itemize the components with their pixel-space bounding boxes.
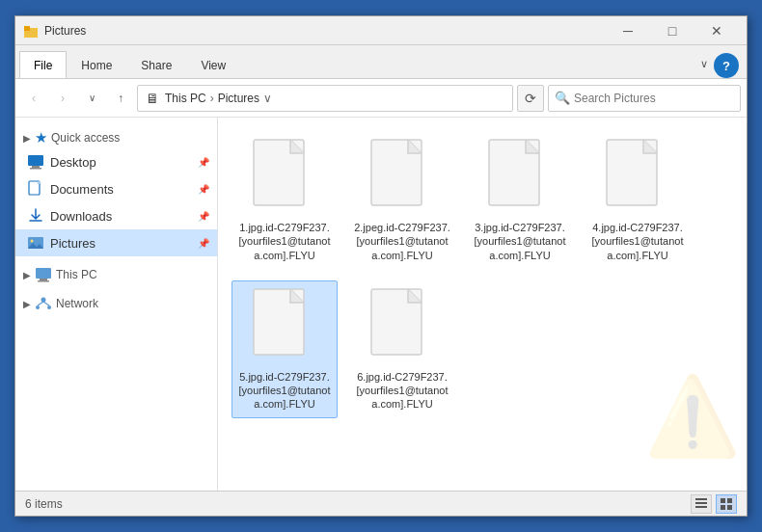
network-label: Network <box>56 297 98 310</box>
quick-access-label: Quick access <box>51 131 120 145</box>
list-view-button[interactable] <box>691 494 712 514</box>
desktop-icon <box>27 153 44 171</box>
svg-line-17 <box>38 302 43 306</box>
minimize-button[interactable]: ─ <box>606 16 650 45</box>
file-item[interactable]: 6.jpg.id-C279F237.[yourfiles1@tutanota.c… <box>349 280 455 418</box>
file-icon <box>603 138 672 215</box>
grid-view-button[interactable] <box>716 494 737 514</box>
documents-icon <box>27 180 44 198</box>
tab-share[interactable]: Share <box>126 51 186 78</box>
svg-rect-0 <box>24 26 30 31</box>
expand-arrow-quick-access: ▶ <box>23 133 31 144</box>
tab-view[interactable]: View <box>186 51 240 78</box>
window-icon <box>23 23 39 39</box>
pin-documents-icon: 📌 <box>198 184 209 195</box>
pin-desktop-icon: 📌 <box>198 157 209 168</box>
file-icon <box>250 287 319 364</box>
svg-rect-4 <box>32 166 40 168</box>
search-input[interactable] <box>574 92 734 105</box>
svg-point-15 <box>36 306 40 309</box>
path-thispc: This PC <box>165 92 206 105</box>
svg-rect-11 <box>36 268 51 279</box>
svg-rect-28 <box>721 498 725 503</box>
close-button[interactable]: ✕ <box>694 16 739 45</box>
file-item[interactable]: 2.jpeg.id-C279F237.[yourfiles1@tutanota.… <box>349 131 455 269</box>
window-controls: ─ □ ✕ <box>606 16 739 45</box>
file-icon <box>485 138 555 215</box>
address-bar: ‹ › ∨ ↑ 🖥 This PC › Pictures ∨ ⟳ 🔍 <box>15 79 747 118</box>
thispc-label: This PC <box>56 268 97 281</box>
svg-rect-12 <box>40 279 47 280</box>
svg-rect-27 <box>695 506 707 508</box>
sidebar-item-desktop[interactable]: Desktop 📌 <box>15 148 217 175</box>
explorer-window: Pictures ─ □ ✕ File Home Share View ∨ ? … <box>14 15 748 517</box>
window-title: Pictures <box>44 24 606 38</box>
svg-rect-5 <box>30 168 41 170</box>
expand-arrow-thispc: ▶ <box>23 270 31 280</box>
path-dropdown-icon[interactable]: ∨ <box>263 92 272 105</box>
svg-point-14 <box>41 298 46 303</box>
back-button[interactable]: ‹ <box>21 86 46 111</box>
file-icon <box>250 138 319 215</box>
sidebar-documents-label: Documents <box>50 182 192 197</box>
sidebar-pictures-label: Pictures <box>50 236 192 251</box>
refresh-button[interactable]: ⟳ <box>517 85 544 112</box>
svg-rect-1 <box>24 31 38 38</box>
sidebar-item-pictures[interactable]: Pictures 📌 <box>15 229 217 256</box>
address-path[interactable]: 🖥 This PC › Pictures ∨ <box>137 85 513 112</box>
file-item[interactable]: 3.jpg.id-C279F237.[yourfiles1@tutanota.c… <box>467 131 573 269</box>
content-area: 1.jpg.id-C279F237.[yourfiles1@tutanota.c… <box>218 118 747 491</box>
path-pc-icon: 🖥 <box>146 91 159 106</box>
svg-rect-13 <box>38 280 49 282</box>
pin-pictures-icon: 📌 <box>198 238 209 249</box>
search-box[interactable]: 🔍 <box>548 85 741 112</box>
svg-rect-7 <box>38 181 41 184</box>
file-name: 2.jpeg.id-C279F237.[yourfiles1@tutanota.… <box>354 221 450 262</box>
path-sep-1: › <box>210 92 214 105</box>
recent-locations-button[interactable]: ∨ <box>79 86 104 111</box>
sidebar-downloads-label: Downloads <box>50 209 192 224</box>
svg-rect-29 <box>727 498 732 503</box>
svg-rect-30 <box>721 505 725 510</box>
svg-rect-26 <box>695 502 707 504</box>
file-item[interactable]: 5.jpg.id-C279F237.[yourfiles1@tutanota.c… <box>231 280 338 418</box>
svg-point-16 <box>47 306 51 309</box>
sidebar-item-downloads[interactable]: Downloads 📌 <box>15 202 217 229</box>
thispc-icon <box>35 266 52 283</box>
sidebar: ▶ ★ Quick access Desktop 📌 Documents 📌 <box>15 118 218 491</box>
file-name: 5.jpg.id-C279F237.[yourfiles1@tutanota.c… <box>236 370 333 412</box>
search-icon: 🔍 <box>555 91 570 105</box>
file-name: 3.jpg.id-C279F237.[yourfiles1@tutanota.c… <box>472 221 568 262</box>
svg-rect-25 <box>695 498 707 500</box>
file-icon <box>367 138 437 215</box>
svg-rect-3 <box>28 155 43 166</box>
ribbon: File Home Share View ∨ ? <box>15 45 747 79</box>
sidebar-group-network[interactable]: ▶ Network <box>15 289 217 314</box>
pin-downloads-icon: 📌 <box>198 211 209 222</box>
svg-line-18 <box>43 302 49 306</box>
file-item[interactable]: 4.jpg.id-C279F237.[yourfiles1@tutanota.c… <box>585 131 691 269</box>
file-name: 6.jpg.id-C279F237.[yourfiles1@tutanota.c… <box>354 370 450 412</box>
expand-arrow-network: ▶ <box>23 299 31 309</box>
file-item[interactable]: 1.jpg.id-C279F237.[yourfiles1@tutanota.c… <box>231 131 338 269</box>
pictures-icon <box>27 234 44 252</box>
sidebar-item-documents[interactable]: Documents 📌 <box>15 175 217 202</box>
sidebar-group-thispc[interactable]: ▶ This PC <box>15 260 217 285</box>
up-button[interactable]: ↑ <box>108 86 133 111</box>
sidebar-group-quick-access[interactable]: ▶ ★ Quick access <box>15 123 217 148</box>
quick-access-star-icon: ★ <box>35 129 47 146</box>
tab-file[interactable]: File <box>19 51 67 78</box>
main-area: ▶ ★ Quick access Desktop 📌 Documents 📌 <box>15 118 747 491</box>
help-button[interactable]: ? <box>714 53 739 78</box>
maximize-button[interactable]: □ <box>650 16 694 45</box>
expand-ribbon-icon: ∨ <box>700 58 708 70</box>
svg-rect-31 <box>727 505 732 510</box>
file-name: 1.jpg.id-C279F237.[yourfiles1@tutanota.c… <box>236 221 333 262</box>
svg-point-9 <box>31 240 34 243</box>
file-name: 4.jpg.id-C279F237.[yourfiles1@tutanota.c… <box>589 221 686 262</box>
forward-button[interactable]: › <box>50 86 75 111</box>
tab-home[interactable]: Home <box>67 51 126 78</box>
downloads-icon <box>27 207 44 225</box>
files-grid: 1.jpg.id-C279F237.[yourfiles1@tutanota.c… <box>228 127 737 422</box>
view-buttons <box>691 494 737 514</box>
